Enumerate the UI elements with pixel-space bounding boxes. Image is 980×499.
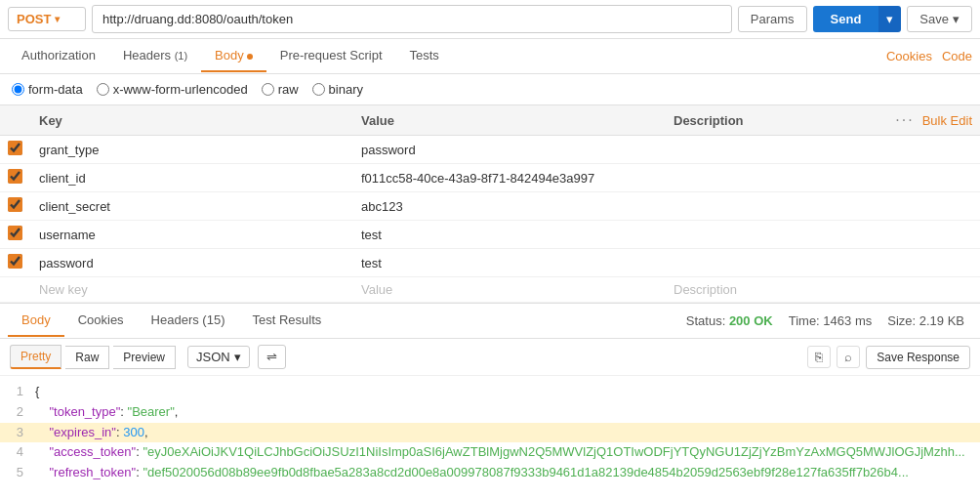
pretty-button[interactable]: Pretty [10, 345, 61, 369]
header-actions: ··· Bulk Edit [895, 111, 972, 129]
rtab-body[interactable]: Body [8, 305, 64, 337]
binary-option[interactable]: binary [312, 82, 363, 97]
method-select[interactable]: POST ▾ [8, 7, 86, 31]
tab-headers[interactable]: Headers (1) [109, 40, 201, 72]
status-value: 200 OK [729, 313, 773, 328]
table-row: password test [0, 249, 980, 277]
time-value: 1463 ms [823, 313, 872, 328]
row-value-2: f011cc58-40ce-43a9-8f71-842494e3a997 [361, 171, 674, 186]
format-label: JSON [196, 350, 230, 364]
header-value: Value [361, 113, 674, 128]
save-chevron-icon: ▾ [953, 12, 960, 26]
params-button[interactable]: Params [738, 6, 807, 32]
rtab-headers[interactable]: Headers (15) [138, 305, 239, 337]
view-options: Pretty Raw Preview JSON ▾ ⇌ ⎘ ⌕ Save Res… [0, 339, 980, 376]
save-button[interactable]: Save ▾ [907, 6, 972, 32]
form-data-option[interactable]: form-data [12, 82, 83, 97]
rtab-test-results[interactable]: Test Results [238, 305, 335, 337]
tab-body[interactable]: Body [201, 40, 266, 72]
row-value-4: test [361, 228, 674, 242]
wrap-button[interactable]: ⇌ [258, 345, 286, 369]
cookies-link[interactable]: Cookies [886, 49, 932, 63]
row-checkbox-4[interactable] [8, 226, 22, 240]
table-row: client_id f011cc58-40ce-43a9-8f71-842494… [0, 164, 980, 192]
header-description: Description [674, 113, 895, 128]
response-status: Status: 200 OK Time: 1463 ms Size: 2.19 … [686, 313, 972, 328]
more-options-icon[interactable]: ··· [895, 111, 914, 129]
view-actions: ⎘ ⌕ Save Response [807, 346, 970, 369]
code-line-1: 1 { [0, 382, 980, 402]
response-tab-bar: Body Cookies Headers (15) Test Results S… [0, 304, 980, 339]
size-value: 2.19 KB [919, 313, 964, 328]
send-group: Send ▾ [813, 6, 902, 32]
row-checkbox-3[interactable] [8, 197, 22, 212]
code-line-5: 5 "refresh_token": "def5020056d08b89ee9f… [0, 463, 980, 483]
new-row: New key Value Description [0, 277, 980, 303]
table-row: username test [0, 221, 980, 249]
status-label: Status: 200 OK [686, 313, 773, 328]
row-key-3: client_secret [39, 199, 361, 214]
new-row-value[interactable]: Value [361, 282, 674, 297]
row-value-3: abc123 [361, 199, 674, 214]
header-key: Key [39, 113, 361, 128]
row-checkbox-5[interactable] [8, 254, 22, 269]
row-key-2: client_id [39, 171, 361, 186]
search-button[interactable]: ⌕ [837, 346, 860, 368]
tab-authorization[interactable]: Authorization [8, 40, 109, 72]
new-row-desc[interactable]: Description [674, 282, 972, 297]
table-row: grant_type password [0, 136, 980, 164]
url-input[interactable] [92, 5, 732, 33]
params-table: Key Value Description ··· Bulk Edit gran… [0, 105, 980, 304]
code-link[interactable]: Code [942, 49, 972, 63]
copy-button[interactable]: ⎘ [807, 346, 831, 368]
size-label: Size: 2.19 KB [887, 313, 964, 328]
format-chevron-icon: ▾ [234, 350, 241, 364]
row-key-4: username [39, 228, 361, 242]
row-value-5: test [361, 256, 674, 270]
method-chevron-icon: ▾ [55, 14, 60, 24]
table-header: Key Value Description ··· Bulk Edit [0, 105, 980, 136]
table-row: client_secret abc123 [0, 192, 980, 221]
code-line-2: 2 "token_type": "Bearer", [0, 402, 980, 423]
request-tabs: Authorization Headers (1) Body Pre-reque… [8, 40, 886, 72]
row-key-1: grant_type [39, 143, 361, 157]
rtab-cookies[interactable]: Cookies [64, 305, 138, 337]
time-label: Time: 1463 ms [789, 313, 873, 328]
format-select[interactable]: JSON ▾ [187, 346, 250, 368]
method-label: POST [17, 12, 51, 26]
new-row-key[interactable]: New key [39, 282, 361, 297]
send-button[interactable]: Send [813, 6, 879, 32]
row-checkbox-2[interactable] [8, 169, 22, 184]
send-dropdown-button[interactable]: ▾ [878, 6, 901, 32]
preview-button[interactable]: Preview [113, 346, 176, 369]
save-response-button[interactable]: Save Response [866, 346, 970, 369]
request-tabs-right: Cookies Code [886, 49, 972, 63]
response-code-area: 1 { 2 "token_type": "Bearer", 3 "expires… [0, 376, 980, 499]
raw-button[interactable]: Raw [65, 346, 109, 369]
code-line-3: 3 "expires_in": 300, [0, 423, 980, 443]
bulk-edit-button[interactable]: Bulk Edit [922, 113, 972, 128]
row-checkbox-1[interactable] [8, 141, 22, 155]
row-value-1: password [361, 143, 674, 157]
body-options: form-data x-www-form-urlencoded raw bina… [0, 74, 980, 105]
request-tab-bar: Authorization Headers (1) Body Pre-reque… [0, 39, 980, 74]
response-tabs: Body Cookies Headers (15) Test Results [8, 305, 686, 337]
tab-pre-request[interactable]: Pre-request Script [266, 40, 396, 72]
tab-tests[interactable]: Tests [396, 40, 453, 72]
row-key-5: password [39, 256, 361, 270]
raw-option[interactable]: raw [262, 82, 299, 97]
urlencoded-option[interactable]: x-www-form-urlencoded [97, 82, 248, 97]
top-bar: POST ▾ Params Send ▾ Save ▾ [0, 0, 980, 39]
code-line-4: 4 "access_token": "eyJ0eXAiOiJKV1QiLCJhb… [0, 442, 980, 463]
